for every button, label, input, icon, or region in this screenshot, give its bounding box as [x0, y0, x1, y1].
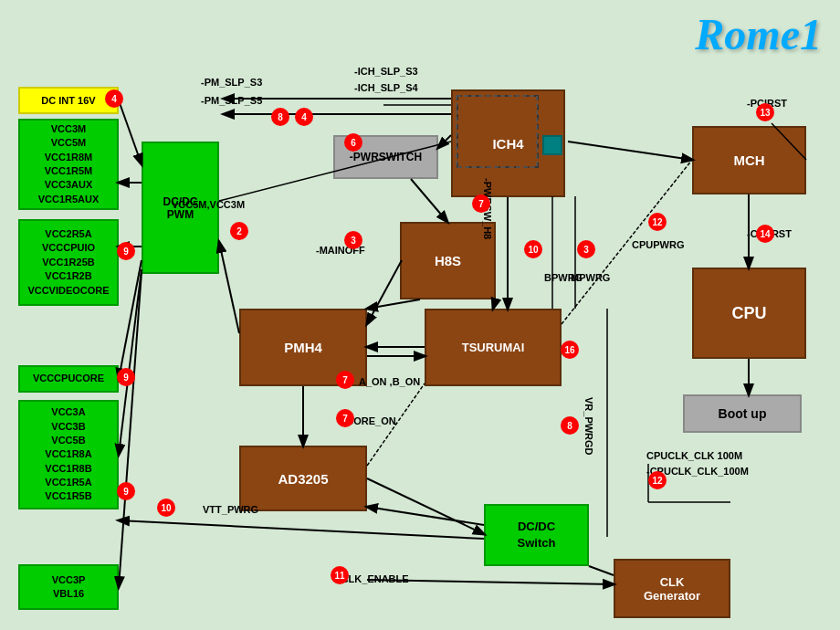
label-vr-pwrgd: VR_PWRGD: [583, 397, 594, 456]
svg-line-16: [119, 272, 142, 587]
badge-9-vcc3: 9: [117, 482, 135, 500]
badge-7-vcore: 7: [336, 409, 354, 427]
label-mpwrg: MPWRG: [571, 272, 610, 283]
label-pm-slp-s3: -PM_SLP_S3: [201, 77, 262, 88]
svg-line-32: [568, 142, 692, 160]
label-vcc5m-vcc3m: VCC5M,VCC3M: [172, 199, 245, 210]
clk-gen-box: CLKGenerator: [614, 559, 730, 618]
badge-12-clk: 12: [648, 471, 667, 489]
badge-16: 16: [561, 341, 579, 359]
tsurumai-box: TSURUMAI: [425, 309, 562, 386]
label-pm-slp-s5: -PM_SLP_S5: [201, 95, 262, 106]
svg-line-34: [219, 242, 239, 333]
badge-4-pm: 4: [295, 108, 313, 126]
badge-9-vcc2: 9: [117, 242, 135, 260]
page-title: Rome1: [695, 9, 822, 59]
svg-line-15: [119, 269, 142, 455]
vcc3p-box: VCC3PVBL16: [18, 564, 119, 610]
svg-line-20: [119, 520, 484, 539]
dc-int-box: DC INT 16V: [18, 87, 119, 114]
badge-9-vcccpucore: 9: [117, 368, 135, 386]
svg-line-5: [411, 179, 447, 222]
badge-12-cpupwrg: 12: [648, 213, 667, 231]
ad3205-box: AD3205: [239, 446, 367, 511]
mch-box: MCH: [692, 126, 806, 194]
label-a-on-b-on: A_ON ,B_ON: [359, 376, 420, 387]
label-ich-slp-s4: -ICH_SLP_S4: [354, 82, 418, 93]
label-ich-slp-s3: -ICH_SLP_S3: [354, 66, 418, 77]
bootup-box: Boot up: [683, 394, 802, 433]
label-cpupwrg: CPUPWRG: [632, 239, 684, 250]
svg-line-18: [367, 478, 484, 534]
badge-7-pwrsw: 7: [472, 194, 490, 213]
svg-line-19: [367, 507, 484, 525]
vcc-group2-box: VCC2R5AVCCCPUIOVCC1R25BVCC1R2BVCCVIDEOCO…: [18, 219, 119, 306]
badge-7-aon: 7: [336, 371, 354, 389]
label-cpuclk-100m: CPUCLK_CLK 100M: [646, 450, 742, 461]
badge-8-vr: 8: [561, 416, 579, 435]
svg-line-7: [493, 299, 496, 309]
svg-line-17: [367, 260, 402, 324]
vcc-group1-box: VCC3MVCC5MVCC1R8MVCC1R5MVCC3AUXVCC1R5AUX: [18, 119, 119, 210]
badge-10-bpwrg: 10: [524, 240, 542, 258]
badge-11: 11: [331, 566, 349, 584]
badge-13: 13: [756, 103, 774, 121]
vcc-group3-box: VCC3AVCC3BVCC5BVCC1R8AVCC1R8BVCC1R5AVCC1…: [18, 400, 119, 509]
vcccpucore-box: VCCCPUCORE: [18, 365, 119, 393]
badge-10-vtt: 10: [157, 499, 175, 517]
dcdc-switch-box: DC/DCSwitch: [484, 504, 589, 566]
svg-line-0: [119, 100, 142, 164]
label-vtt-pwrg: VTT_PWRG: [203, 504, 258, 515]
badge-8: 8: [271, 108, 289, 126]
svg-line-22: [589, 566, 614, 575]
svg-line-6: [367, 299, 420, 309]
badge-6: 6: [344, 133, 362, 152]
badge-3-mpwrg: 3: [577, 240, 595, 258]
svg-line-4: [438, 135, 451, 148]
svg-line-14: [119, 260, 142, 379]
badge-4-dc: 4: [105, 89, 123, 108]
teal-connector: [542, 135, 562, 155]
ich4-dashed-border: [457, 95, 539, 168]
badge-3-mainoff: 3: [344, 231, 362, 249]
badge-2: 2: [230, 222, 248, 240]
badge-14: 14: [756, 225, 774, 243]
cpu-box: CPU: [692, 268, 806, 359]
